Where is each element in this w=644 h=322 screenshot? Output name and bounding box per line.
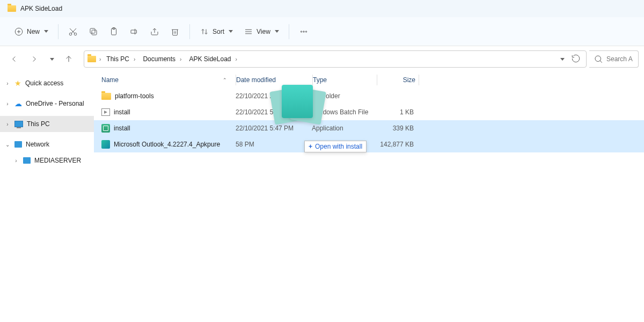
- file-row[interactable]: install 22/10/2021 5:47 PM Windows Batch…: [94, 104, 644, 120]
- svg-rect-7: [92, 30, 97, 35]
- window-title: APK SideLoad: [20, 5, 62, 12]
- chevron-down-icon: [50, 58, 54, 61]
- sidebar-this-pc[interactable]: › This PC: [0, 116, 94, 132]
- share-icon: [150, 27, 159, 36]
- new-button[interactable]: New: [10, 23, 53, 41]
- cloud-icon: ☁: [14, 99, 22, 108]
- separator: [58, 24, 58, 39]
- folder-icon: [87, 56, 96, 62]
- svg-point-21: [301, 31, 302, 32]
- sidebar-mediaserver[interactable]: › MEDIASERVER: [0, 152, 94, 169]
- rename-button[interactable]: [125, 23, 143, 41]
- separator: [289, 24, 289, 39]
- server-icon: [23, 157, 31, 164]
- new-label: New: [27, 28, 40, 35]
- sort-button[interactable]: Sort: [195, 23, 237, 41]
- share-button[interactable]: [145, 23, 164, 41]
- forward-button[interactable]: [26, 50, 43, 68]
- sidebar-network[interactable]: ⌄ Network: [0, 136, 94, 152]
- chevron-down-icon: [44, 30, 48, 33]
- view-button[interactable]: View: [239, 23, 283, 41]
- ellipsis-icon: [299, 27, 309, 36]
- recent-dropdown[interactable]: [46, 50, 57, 68]
- svg-rect-8: [90, 28, 95, 33]
- col-type[interactable]: Type: [313, 76, 377, 84]
- plus-icon: +: [309, 143, 312, 150]
- plus-circle-icon: [14, 27, 24, 36]
- nav-row: › This PC› Documents› APK SideLoad› Sear…: [0, 46, 644, 72]
- search-placeholder: Search A: [606, 55, 633, 63]
- drop-hint-tooltip: + Open with install: [304, 141, 367, 152]
- network-icon: [14, 141, 22, 148]
- svg-point-23: [305, 31, 306, 32]
- svg-point-25: [595, 56, 601, 62]
- col-date[interactable]: Date modified: [236, 76, 312, 84]
- chevron-right-icon: ›: [99, 56, 101, 62]
- application-icon: [101, 124, 110, 133]
- breadcrumb-item[interactable]: This PC›: [104, 54, 137, 64]
- view-icon: [244, 27, 253, 36]
- sidebar-quick-access[interactable]: ›★ Quick access: [0, 75, 94, 91]
- chevron-down-icon: [275, 30, 279, 33]
- folder-icon: [8, 5, 16, 12]
- cut-button[interactable]: [64, 23, 82, 41]
- folder-icon: [101, 93, 111, 100]
- copy-icon: [89, 27, 98, 36]
- sort-icon: [200, 27, 209, 36]
- scissors-icon: [68, 27, 78, 36]
- sort-label: Sort: [213, 28, 224, 35]
- column-headers: Name ⌃ Date modified Type Size: [94, 72, 644, 88]
- breadcrumb-item[interactable]: APK SideLoad›: [187, 54, 239, 64]
- sidebar: ›★ Quick access ›☁ OneDrive - Personal ›…: [0, 72, 94, 322]
- svg-point-22: [303, 31, 304, 32]
- file-row[interactable]: install 22/10/2021 5:47 PM Application 3…: [94, 120, 644, 136]
- chevron-down-icon[interactable]: [560, 58, 565, 61]
- star-icon: ★: [14, 79, 21, 87]
- delete-button[interactable]: [166, 23, 184, 41]
- file-row[interactable]: platform-tools 22/10/2021 2:37 AM File f…: [94, 88, 644, 104]
- svg-rect-11: [131, 30, 137, 33]
- col-name[interactable]: Name ⌃: [101, 76, 236, 84]
- rename-icon: [129, 27, 139, 36]
- title-bar: APK SideLoad: [0, 0, 644, 17]
- batch-file-icon: [101, 108, 110, 116]
- address-bar[interactable]: › This PC› Documents› APK SideLoad›: [84, 50, 587, 68]
- view-label: View: [257, 28, 270, 35]
- refresh-button[interactable]: [571, 54, 581, 65]
- search-input[interactable]: Search A: [589, 50, 639, 68]
- main-area: ›★ Quick access ›☁ OneDrive - Personal ›…: [0, 72, 644, 322]
- file-list: Name ⌃ Date modified Type Size platform-…: [94, 72, 644, 322]
- svg-line-26: [600, 61, 602, 63]
- breadcrumb-item[interactable]: Documents›: [141, 54, 184, 64]
- toolbar: New Sort: [0, 17, 644, 46]
- col-size[interactable]: Size: [377, 76, 419, 84]
- file-row[interactable]: Microsoft Outlook_4.2227.4_Apkpure 58 PM…: [94, 136, 644, 152]
- more-button[interactable]: [295, 23, 313, 41]
- back-button[interactable]: [5, 50, 23, 68]
- sidebar-onedrive[interactable]: ›☁ OneDrive - Personal: [0, 96, 94, 112]
- pc-icon: [14, 121, 23, 127]
- copy-button[interactable]: [84, 23, 103, 41]
- clipboard-icon: [109, 27, 119, 36]
- chevron-down-icon: [229, 30, 233, 33]
- apk-icon: [101, 140, 110, 149]
- paste-button[interactable]: [105, 23, 123, 41]
- up-button[interactable]: [60, 50, 77, 68]
- trash-icon: [170, 27, 180, 36]
- sort-indicator-icon: ⌃: [223, 77, 227, 83]
- separator: [189, 24, 190, 39]
